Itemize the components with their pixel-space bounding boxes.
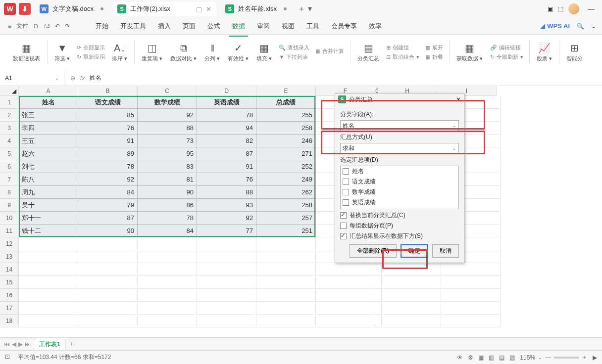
cell[interactable] xyxy=(316,315,375,327)
menu-公式[interactable]: 公式 xyxy=(202,19,225,34)
cell[interactable]: 87 xyxy=(78,212,138,225)
group-button[interactable]: ⊞ 创建组 xyxy=(386,44,419,51)
cell[interactable] xyxy=(138,315,197,327)
cell[interactable]: 总成绩 xyxy=(256,96,316,109)
menu-插入[interactable]: 插入 xyxy=(153,19,176,34)
cell[interactable] xyxy=(441,276,501,289)
cell[interactable] xyxy=(256,315,316,327)
cell[interactable] xyxy=(78,263,138,276)
cell[interactable] xyxy=(256,237,316,250)
avatar[interactable] xyxy=(568,3,579,14)
row-header[interactable]: 12 xyxy=(0,237,19,250)
pivot-button[interactable]: ▦数据透视表 xyxy=(9,42,44,62)
cell[interactable] xyxy=(19,276,78,289)
cell[interactable]: 258 xyxy=(256,199,316,212)
cell[interactable]: 77 xyxy=(197,225,256,237)
cell[interactable] xyxy=(375,302,382,315)
duplicates-button[interactable]: ◫重复项 ▾ xyxy=(138,42,166,62)
file-menu[interactable]: 文件 xyxy=(16,22,28,30)
cell[interactable] xyxy=(197,289,256,302)
cell[interactable]: 周九 xyxy=(19,186,78,199)
redo-icon[interactable]: ↷ xyxy=(65,23,70,30)
menu-开始[interactable]: 开始 xyxy=(91,19,113,34)
cell[interactable] xyxy=(382,302,441,315)
cell[interactable] xyxy=(138,289,197,302)
tab-doc[interactable]: W 文字文稿.docx xyxy=(35,2,108,16)
consolidate-button[interactable]: ▦ 合并计算 xyxy=(315,47,344,55)
pdf-app-icon[interactable]: ⬇ xyxy=(19,3,31,15)
cell[interactable]: 91 xyxy=(197,160,256,173)
subtotal-button[interactable]: ▤分类汇总 xyxy=(353,42,383,62)
cell[interactable] xyxy=(256,263,316,276)
cell[interactable]: 81 xyxy=(138,173,197,186)
cell[interactable]: 英语成绩 xyxy=(197,96,256,109)
subtotal-item[interactable]: 语文成绩 xyxy=(341,177,458,187)
cell[interactable] xyxy=(138,237,197,250)
row-header[interactable]: 11 xyxy=(0,225,19,237)
cell[interactable] xyxy=(375,276,382,289)
cell[interactable]: 90 xyxy=(138,186,197,199)
cell[interactable] xyxy=(197,302,256,315)
col-header[interactable]: D xyxy=(197,86,256,96)
view-layout-icon[interactable]: ▥ xyxy=(489,354,494,361)
cell[interactable] xyxy=(19,289,78,302)
row-header[interactable]: 1 xyxy=(0,96,19,109)
ungroup-button[interactable]: ⊟ 取消组合 ▾ xyxy=(386,53,419,61)
tab-ages[interactable]: S 姓名年龄.xlsx xyxy=(220,2,292,16)
split-button[interactable]: ⦀分列 ▾ xyxy=(201,43,224,62)
sort-button[interactable]: A↓排序 ▾ xyxy=(108,43,131,62)
menu-效率[interactable]: 效率 xyxy=(364,19,387,34)
cell[interactable]: 赵六 xyxy=(19,147,78,160)
cell[interactable] xyxy=(316,302,375,315)
field-select[interactable]: 姓名⌄ xyxy=(340,120,459,131)
dialog-titlebar[interactable]: S 分类汇总 ✕ xyxy=(335,93,464,105)
select-all-corner[interactable]: ◢ xyxy=(0,86,19,96)
cell[interactable]: 73 xyxy=(138,135,197,147)
cell[interactable] xyxy=(316,289,375,302)
cell[interactable] xyxy=(256,276,316,289)
compare-button[interactable]: ⧉数据对比 ▾ xyxy=(166,43,201,62)
cell[interactable] xyxy=(375,289,382,302)
col-header[interactable]: A xyxy=(19,86,78,96)
cell[interactable] xyxy=(19,315,78,327)
filter-button[interactable]: ▼筛选 ▾ xyxy=(50,43,74,62)
cell[interactable] xyxy=(78,250,138,263)
row-header[interactable]: 5 xyxy=(0,147,19,160)
cell[interactable]: 86 xyxy=(138,199,197,212)
row-header[interactable]: 6 xyxy=(0,160,19,173)
cancel-button[interactable]: 取消 xyxy=(432,244,459,258)
cell[interactable] xyxy=(441,315,501,327)
menu-chevron-icon[interactable]: ⌄ xyxy=(591,23,596,30)
row-header[interactable]: 2 xyxy=(0,109,19,122)
minimize-button[interactable]: — xyxy=(584,5,598,13)
cell[interactable]: 84 xyxy=(78,186,138,199)
cell[interactable]: 吴十 xyxy=(19,199,78,212)
cell[interactable] xyxy=(197,237,256,250)
cell[interactable]: 92 xyxy=(197,212,256,225)
cell[interactable] xyxy=(256,289,316,302)
cell[interactable] xyxy=(316,276,375,289)
zoom-slider[interactable] xyxy=(554,357,579,359)
cancel-formula-icon[interactable]: ⊖ xyxy=(70,75,75,82)
cell[interactable]: 姓名 xyxy=(19,96,78,109)
fx-icon[interactable]: fx xyxy=(80,75,85,82)
row-header[interactable]: 7 xyxy=(0,173,19,186)
cell[interactable] xyxy=(256,302,316,315)
cell[interactable]: 王五 xyxy=(19,135,78,147)
row-header[interactable]: 14 xyxy=(0,263,19,276)
cell[interactable]: 262 xyxy=(256,186,316,199)
refresh-button[interactable]: ↻ 全部刷新 ▾ xyxy=(490,53,523,61)
subtotal-item[interactable]: 姓名 xyxy=(341,166,458,177)
name-box[interactable]: A1⌄ xyxy=(0,70,64,86)
cell[interactable]: 94 xyxy=(197,122,256,135)
cell[interactable]: 255 xyxy=(256,109,316,122)
col-header[interactable]: C xyxy=(138,86,197,96)
record-icon[interactable]: ⊡ xyxy=(5,353,10,362)
sidebar-toggle-icon[interactable]: ▶ xyxy=(593,354,597,361)
cell[interactable]: 246 xyxy=(256,135,316,147)
spreadsheet[interactable]: ◢ ABCDEFGHI 1姓名语文成绩数学成绩英语成绩总成绩2张三8592782… xyxy=(0,86,602,353)
cell[interactable] xyxy=(316,263,375,276)
cell[interactable]: 陈八 xyxy=(19,173,78,186)
zoom-label[interactable]: 115% xyxy=(520,354,535,361)
cell[interactable] xyxy=(19,250,78,263)
